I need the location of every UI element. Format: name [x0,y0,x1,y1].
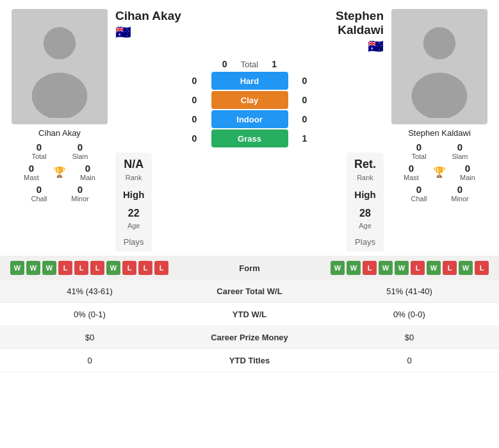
hard-right-score: 0 [292,76,318,86]
ytd-titles-row: 0 YTD Titles 0 [0,349,499,372]
right-form-badge-l: L [475,261,489,275]
career-wl-left: 41% (43-61) [0,286,167,296]
left-form-badge-l: L [58,261,72,275]
ytd-wl-left: 0% (0-1) [0,310,167,319]
right-age-value: 28 [359,208,371,219]
left-player-card: Cihan Akay 0 Total 0 Slam 0 Mast 🏆 [5,9,114,252]
left-age-value: 22 [128,208,140,219]
clay-left-score: 0 [182,95,208,105]
stats-table: 41% (43-61) Career Total W/L 51% (41-40)… [0,280,499,372]
left-form-badge-w: W [10,261,24,275]
indoor-left-score: 0 [182,114,208,124]
svg-point-4 [423,27,455,59]
svg-point-2 [32,72,88,118]
left-form-value: High [123,189,144,200]
right-player-stats: 0 Total 0 Slam 0 Mast 🏆 0 Main [391,142,487,203]
left-player-avatar [12,9,108,124]
prize-left: $0 [0,333,167,342]
left-info-box: N/A Rank High 22 Age Plays [115,153,152,252]
ytd-titles-label: YTD Titles [167,356,332,365]
right-stat-main: 0 Main [448,163,487,181]
ytd-titles-left: 0 [0,356,167,365]
clay-row: 0 Clay 0 [115,91,384,109]
left-form-badge-l: L [90,261,104,275]
grass-button[interactable]: Grass [211,129,288,147]
surface-rows: 0 Hard 0 0 Clay 0 0 Indoor [115,72,384,147]
right-stat-mast: 0 Mast [392,163,430,181]
clay-right-score: 0 [292,95,318,105]
right-rank-label: Rank [357,174,373,181]
center-top: Cihan Akay 🇦🇺 Stephen Kaldawi 🇦🇺 [115,9,384,54]
right-form-badge-l: L [443,261,457,275]
left-form-badge-w: W [106,261,120,275]
right-form-badges: WWLWWLWLWL [331,261,489,275]
left-form-badges: WWWLLLWLLL [10,261,168,275]
svg-point-5 [412,72,468,118]
ytd-wl-right: 0% (0-0) [332,310,499,319]
left-form-badge-l: L [122,261,136,275]
right-form-badge-w: W [379,261,393,275]
total-row: 0 Total 1 [115,59,384,69]
right-stat-slam: 0 Slam [441,142,479,160]
right-form-badge-w: W [347,261,361,275]
top-row: Cihan Akay 0 Total 0 Slam 0 Mast 🏆 [0,0,499,256]
left-stat-slam: 0 Slam [61,142,99,160]
left-header-name: Cihan Akay [115,9,181,23]
ytd-wl-row: 0% (0-1) YTD W/L 0% (0-0) [0,303,499,326]
right-form-badge-w: W [331,261,345,275]
clay-button[interactable]: Clay [211,91,288,109]
career-wl-row: 41% (43-61) Career Total W/L 51% (41-40) [0,280,499,303]
prize-label: Career Prize Money [167,333,332,342]
right-flag: 🇦🇺 [300,38,384,54]
hard-row: 0 Hard 0 [115,72,384,90]
left-trophy-row: 0 Mast 🏆 0 Main [12,163,107,181]
right-player-card: Stephen Kaldawi 0 Total 0 Slam 0 Mast 🏆 [385,9,494,252]
left-player-name: Cihan Akay [38,128,81,138]
right-stat-minor: 0 Minor [441,184,479,203]
left-form-badge-w: W [26,261,40,275]
right-form-badge-l: L [363,261,377,275]
hard-button[interactable]: Hard [211,72,288,90]
right-plays-label: Plays [355,237,375,247]
hard-left-score: 0 [182,76,208,86]
indoor-button[interactable]: Indoor [211,110,288,128]
career-wl-label: Career Total W/L [167,286,332,296]
right-stat-total: 0 Total [400,142,438,160]
left-stat-total: 0 Total [20,142,58,160]
form-label: Form [239,263,260,273]
right-trophy-row: 0 Mast 🏆 0 Main [392,163,487,181]
right-stat-chall: 0 Chall [400,184,438,203]
grass-left-score: 0 [182,133,208,144]
left-rank-value: N/A [124,158,143,171]
left-trophy-icon: 🏆 [53,166,66,178]
left-stat-minor: 0 Minor [61,184,99,203]
info-boxes-row: N/A Rank High 22 Age Plays Ret. Rank Hig… [115,153,384,252]
indoor-right-score: 0 [292,114,318,124]
left-player-stats: 0 Total 0 Slam 0 Mast 🏆 0 Main [12,142,108,203]
left-header: Cihan Akay 🇦🇺 [115,9,199,40]
left-form-badge-l: L [154,261,168,275]
indoor-row: 0 Indoor 0 [115,110,384,128]
center-content: Cihan Akay 🇦🇺 Stephen Kaldawi 🇦🇺 0 Total… [115,9,384,252]
prize-row: $0 Career Prize Money $0 [0,326,499,349]
right-form-value: High [354,189,375,200]
ytd-titles-right: 0 [332,356,499,365]
form-section: WWWLLLWLLL Form WWLWWLWLWL [0,256,499,280]
right-form-badge-l: L [411,261,425,275]
ytd-wl-label: YTD W/L [167,310,332,319]
left-stat-main: 0 Main [69,163,107,181]
right-header: Stephen Kaldawi 🇦🇺 [300,9,384,54]
right-form-badge-w: W [395,261,409,275]
right-header-name: Stephen Kaldawi [300,9,384,37]
total-right-score: 1 [265,59,284,69]
left-form-badge-w: W [42,261,56,275]
left-rank-label: Rank [126,174,142,181]
right-player-name: Stephen Kaldawi [408,128,471,138]
total-left-score: 0 [215,59,234,69]
right-rank-value: Ret. [354,158,376,171]
left-plays-label: Plays [124,237,144,247]
left-stat-mast: 0 Mast [12,163,51,181]
prize-right: $0 [332,333,499,342]
right-info-box: Ret. Rank High 28 Age Plays [347,153,384,252]
right-player-avatar [391,9,487,124]
